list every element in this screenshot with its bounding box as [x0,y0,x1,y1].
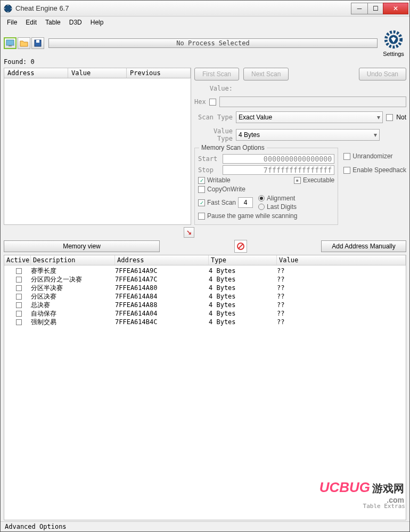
window-title: Cheat Engine 6.7 [15,4,351,12]
th-type[interactable]: Type [209,255,277,265]
folder-icon [20,39,28,47]
table-row[interactable]: 总决赛7FFEA614A884 Bytes?? [4,301,406,309]
svg-line-8 [239,244,243,248]
hex-checkbox[interactable] [209,99,216,106]
row-value: ?? [277,267,404,275]
value-label: Value: [194,85,233,92]
fast-scan-checkbox[interactable] [198,199,205,206]
hex-label: Hex [194,98,206,106]
clear-button[interactable] [234,240,247,253]
writable-checkbox[interactable] [198,177,205,184]
stop-input[interactable] [223,165,334,175]
row-type: 4 Bytes [209,284,277,292]
fast-scan-input[interactable] [238,197,253,208]
menu-table[interactable]: Table [41,18,65,27]
row-active-checkbox[interactable] [16,277,22,283]
last-digits-radio[interactable] [258,204,265,210]
open-process-button[interactable] [4,37,17,49]
row-active-checkbox[interactable] [16,319,22,325]
close-button[interactable]: ✕ [383,3,408,14]
th-value[interactable]: Value [277,255,406,265]
undo-scan-button[interactable]: Undo Scan [359,68,406,80]
row-desc: 赛季长度 [31,267,115,276]
row-addr: 7FFEA614A84 [115,293,209,300]
gear-icon [383,29,404,50]
row-active-checkbox[interactable] [16,285,22,291]
alignment-radio[interactable] [258,195,265,201]
svg-rect-4 [36,40,39,43]
row-value: ?? [277,310,404,317]
table-row[interactable]: 自动保存7FFEA614A044 Bytes?? [4,309,406,318]
start-input[interactable] [223,154,334,164]
save-button[interactable] [31,37,44,49]
row-type: 4 Bytes [209,310,277,317]
scan-type-select[interactable]: Exact Value [236,111,383,123]
row-desc: 分区半决赛 [31,284,115,293]
advanced-options[interactable]: Advanced Options [1,521,409,531]
th-active[interactable]: Active [4,255,31,265]
row-active-checkbox[interactable] [16,302,22,308]
value-type-select[interactable]: 4 Bytes [236,129,380,141]
col-address[interactable]: Address [4,68,68,78]
row-value: ?? [277,284,404,292]
table-row[interactable]: 分区半决赛7FFEA614A804 Bytes?? [4,284,406,292]
table-row[interactable]: 分区四分之一决赛7FFEA614A7C4 Bytes?? [4,275,406,284]
th-desc[interactable]: Description [31,255,115,265]
row-active-checkbox[interactable] [16,268,22,274]
col-value[interactable]: Value [68,68,127,78]
settings-button[interactable]: Settings [381,29,406,57]
minimize-button[interactable]: ─ [351,3,368,14]
table-extras[interactable]: Table Extras [363,503,405,510]
th-addr[interactable]: Address [115,255,209,265]
row-value: ?? [277,276,404,283]
row-desc: 总决赛 [31,301,115,310]
scan-type-value: Exact Value [239,114,272,121]
scan-type-label: Scan Type [194,114,233,121]
table-row[interactable]: 强制交易7FFEA614B4C4 Bytes?? [4,318,406,326]
scan-results-panel: Address Value Previous [4,68,191,225]
first-scan-button[interactable]: First Scan [194,68,239,80]
app-icon [4,4,12,13]
speedhack-checkbox[interactable] [343,167,350,174]
open-file-button[interactable] [18,37,30,49]
scan-results-list[interactable] [4,78,191,225]
pause-checkbox[interactable] [198,213,205,220]
menu-d3d[interactable]: D3D [65,18,86,27]
not-checkbox[interactable] [386,114,393,121]
menu-edit[interactable]: Edit [21,18,41,27]
add-to-list-button[interactable]: ↘ [184,227,194,238]
next-scan-button[interactable]: Next Scan [243,68,289,80]
unrandomizer-checkbox[interactable] [343,153,350,160]
value-input[interactable] [219,96,406,107]
copyonwrite-checkbox[interactable] [198,186,205,193]
start-label: Start [198,155,219,163]
table-row[interactable]: 分区决赛7FFEA614A844 Bytes?? [4,292,406,301]
memory-view-button[interactable]: Memory view [4,240,160,252]
row-desc: 分区四分之一决赛 [31,275,115,284]
address-table: Active Description Address Type Value 赛季… [4,255,406,520]
col-previous[interactable]: Previous [127,68,191,78]
svg-rect-2 [9,45,12,46]
row-desc: 自动保存 [31,309,115,318]
save-icon [34,39,42,47]
row-addr: 7FFEA614A7C [115,276,209,283]
no-entry-icon [236,242,245,251]
last-digits-label: Last Digits [267,203,297,211]
mem-group-title: Memory Scan Options [199,144,267,151]
row-addr: 7FFEA614A9C [115,267,209,275]
executable-label: Executable [303,176,334,184]
speedhack-label: Enable Speedhack [352,166,406,174]
row-addr: 7FFEA614A80 [115,284,209,292]
add-address-button[interactable]: Add Address Manually [321,240,406,252]
row-active-checkbox[interactable] [16,311,22,317]
row-active-checkbox[interactable] [16,294,22,300]
maximize-button[interactable]: ☐ [367,3,383,14]
row-value: ?? [277,318,404,326]
table-row[interactable]: 赛季长度7FFEA614A9C4 Bytes?? [4,267,406,275]
menu-file[interactable]: File [3,18,21,27]
executable-checkbox[interactable] [294,177,301,184]
menu-help[interactable]: Help [86,18,108,27]
settings-label: Settings [381,51,406,57]
memory-scan-options: Memory Scan Options Start Stop Writable … [194,148,338,225]
row-type: 4 Bytes [209,301,277,309]
